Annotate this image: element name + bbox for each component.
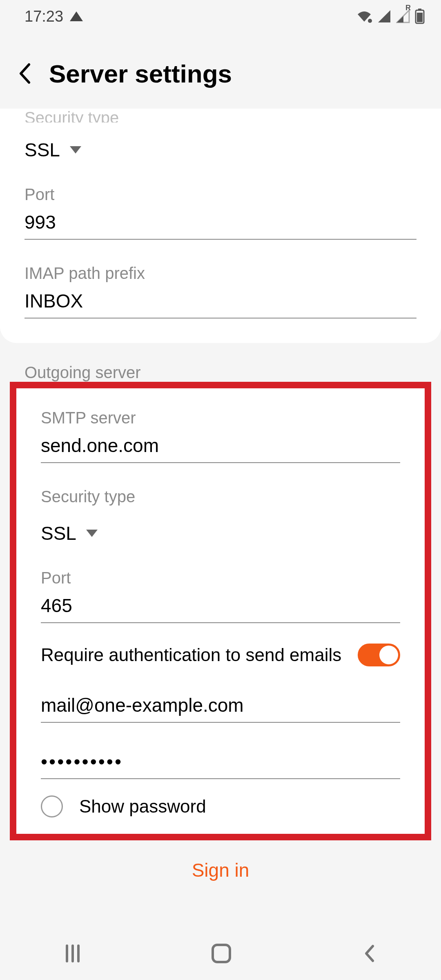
back-button[interactable] <box>16 61 33 86</box>
outgoing-security-label: Security type <box>41 488 400 506</box>
roaming-signal-icon: R <box>396 9 410 23</box>
require-auth-label: Require authentication to send emails <box>41 645 341 665</box>
incoming-port-label: Port <box>24 185 416 204</box>
wifi-icon <box>356 9 372 23</box>
status-left: 17:23 <box>24 8 83 25</box>
outgoing-port-label: Port <box>41 569 400 587</box>
outgoing-section-header: Outgoing server <box>0 343 441 382</box>
outgoing-server-card: SMTP server Security type SSL Port Requi… <box>16 388 425 834</box>
outgoing-security-dropdown[interactable]: SSL <box>41 522 400 544</box>
chevron-down-icon <box>70 146 81 154</box>
app-bar: Server settings <box>0 33 441 114</box>
outgoing-highlight-box: SMTP server Security type SSL Port Requi… <box>10 382 431 840</box>
show-password-label: Show password <box>79 796 206 817</box>
nav-recents-button[interactable] <box>66 944 80 962</box>
incoming-port-input[interactable] <box>24 204 416 240</box>
battery-icon <box>415 9 425 24</box>
chevron-down-icon <box>86 530 98 537</box>
signal-icon <box>377 9 391 23</box>
page-title: Server settings <box>49 59 232 88</box>
toggle-knob <box>379 646 398 664</box>
nav-home-button[interactable] <box>212 944 231 963</box>
imap-prefix-input[interactable] <box>24 283 416 318</box>
status-time: 17:23 <box>24 8 63 25</box>
require-auth-toggle[interactable] <box>358 644 400 666</box>
incoming-security-dropdown[interactable]: SSL <box>24 139 416 161</box>
nav-back-button[interactable] <box>363 944 375 963</box>
smtp-username-input[interactable] <box>41 687 400 723</box>
smtp-server-label: SMTP server <box>41 409 400 427</box>
smtp-server-input[interactable] <box>41 427 400 463</box>
outgoing-port-input[interactable] <box>41 587 400 623</box>
svg-point-0 <box>368 19 372 23</box>
require-auth-row: Require authentication to send emails <box>41 644 400 666</box>
smtp-password-input[interactable]: •••••••••• <box>41 743 400 779</box>
sign-in-button[interactable]: Sign in <box>0 840 441 898</box>
system-nav-bar <box>0 927 441 980</box>
triangle-up-icon <box>70 11 83 21</box>
status-bar: 17:23 R <box>0 0 441 33</box>
incoming-security-label: Security type <box>24 109 416 122</box>
content: Security type SSL Port IMAP path prefix … <box>0 109 441 898</box>
incoming-security-value: SSL <box>24 139 60 161</box>
outgoing-security-value: SSL <box>41 522 76 544</box>
chevron-left-icon <box>18 63 31 84</box>
imap-prefix-label: IMAP path prefix <box>24 264 416 283</box>
show-password-checkbox[interactable] <box>41 795 63 817</box>
show-password-row[interactable]: Show password <box>41 795 400 817</box>
svg-rect-3 <box>417 13 423 22</box>
status-right: R <box>356 9 425 24</box>
incoming-server-card: Security type SSL Port IMAP path prefix <box>0 109 441 343</box>
